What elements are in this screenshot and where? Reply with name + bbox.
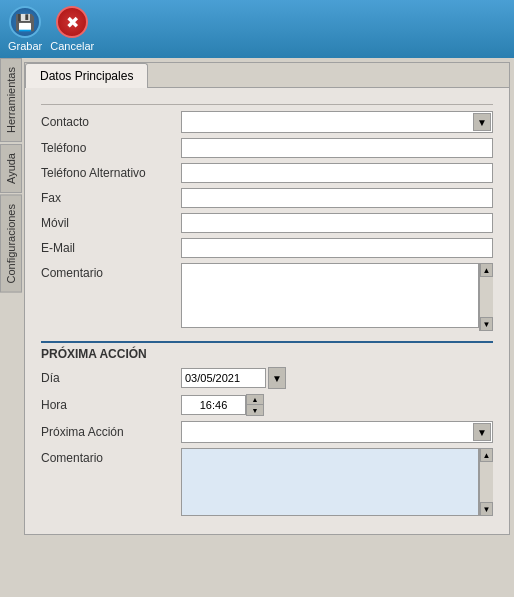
- hora-time-wrapper: ▲ ▼: [181, 394, 264, 416]
- dia-date-wrapper: ▼: [181, 367, 286, 389]
- proxima-accion-select[interactable]: [181, 421, 493, 443]
- save-label: Grabar: [8, 40, 42, 52]
- main-content: Datos Principales Contacto ▼ Teléfo: [20, 58, 514, 597]
- tab-panel: Datos Principales Contacto ▼ Teléfo: [24, 62, 510, 535]
- scroll-down-icon[interactable]: ▼: [480, 317, 493, 331]
- proxima-accion-section: PRÓXIMA ACCIÓN: [41, 341, 493, 361]
- dia-label: Día: [41, 371, 181, 385]
- comentario-scrollbar: ▲ ▼: [479, 263, 493, 331]
- dia-dropdown-icon[interactable]: ▼: [268, 367, 286, 389]
- hora-spin: ▲ ▼: [246, 394, 264, 416]
- comentario-label: Comentario: [41, 263, 181, 280]
- movil-input[interactable]: [181, 213, 493, 233]
- fax-input[interactable]: [181, 188, 493, 208]
- proxima-comentario-scrollbar: ▲ ▼: [479, 448, 493, 516]
- sidebar-item-herramientas[interactable]: Herramientas: [0, 58, 22, 142]
- side-tabs: Herramientas Ayuda Configuraciones: [0, 58, 22, 295]
- sidebar-item-ayuda[interactable]: Ayuda: [0, 144, 22, 193]
- contacto-row: Contacto ▼: [41, 111, 493, 133]
- telefono-input[interactable]: [181, 138, 493, 158]
- email-label: E-Mail: [41, 241, 181, 255]
- hora-label: Hora: [41, 398, 181, 412]
- hora-input[interactable]: [181, 395, 246, 415]
- proxima-comentario-wrapper: ▲ ▼: [181, 448, 493, 519]
- sidebar-item-configuraciones[interactable]: Configuraciones: [0, 195, 22, 293]
- telefono-alt-row: Teléfono Alternativo: [41, 163, 493, 183]
- contacto-select[interactable]: [181, 111, 493, 133]
- toolbar: Grabar Cancelar: [0, 0, 514, 58]
- cancel-icon: [56, 6, 88, 38]
- telefono-label: Teléfono: [41, 141, 181, 155]
- comentario-textarea[interactable]: [181, 263, 479, 328]
- hora-row: Hora ▲ ▼: [41, 394, 493, 416]
- fax-row: Fax: [41, 188, 493, 208]
- proxima-scroll-down-icon[interactable]: ▼: [480, 502, 493, 516]
- contacto-select-wrapper: ▼: [181, 111, 493, 133]
- hora-spin-up-button[interactable]: ▲: [247, 395, 263, 405]
- email-input[interactable]: [181, 238, 493, 258]
- dia-row: Día ▼: [41, 367, 493, 389]
- tab-datos-principales[interactable]: Datos Principales: [25, 63, 148, 88]
- telefono-row: Teléfono: [41, 138, 493, 158]
- cancel-label: Cancelar: [50, 40, 94, 52]
- form-area: Contacto ▼ Teléfono Teléfono Alternativo: [25, 88, 509, 534]
- proxima-comentario-label: Comentario: [41, 448, 181, 465]
- scroll-up-icon[interactable]: ▲: [480, 263, 493, 277]
- proxima-accion-row: Próxima Acción ▼: [41, 421, 493, 443]
- movil-label: Móvil: [41, 216, 181, 230]
- dia-input[interactable]: [181, 368, 266, 388]
- telefono-alt-label: Teléfono Alternativo: [41, 166, 181, 180]
- separator: [41, 104, 493, 105]
- hora-spin-down-button[interactable]: ▼: [247, 405, 263, 415]
- comentario-textarea-wrapper: ▲ ▼: [181, 263, 493, 331]
- proxima-comentario-row: Comentario ▲ ▼: [41, 448, 493, 519]
- save-icon: [9, 6, 41, 38]
- proxima-comentario-textarea[interactable]: [181, 448, 479, 516]
- email-row: E-Mail: [41, 238, 493, 258]
- proxima-scroll-up-icon[interactable]: ▲: [480, 448, 493, 462]
- save-button[interactable]: Grabar: [8, 6, 42, 52]
- proxima-accion-label: Próxima Acción: [41, 425, 181, 439]
- contacto-label: Contacto: [41, 115, 181, 129]
- fax-label: Fax: [41, 191, 181, 205]
- cancel-button[interactable]: Cancelar: [50, 6, 94, 52]
- proxima-accion-select-wrapper: ▼: [181, 421, 493, 443]
- proxima-accion-title: PRÓXIMA ACCIÓN: [41, 347, 493, 361]
- movil-row: Móvil: [41, 213, 493, 233]
- comentario-row: Comentario ▲ ▼: [41, 263, 493, 331]
- tab-header: Datos Principales: [25, 63, 509, 88]
- telefono-alt-input[interactable]: [181, 163, 493, 183]
